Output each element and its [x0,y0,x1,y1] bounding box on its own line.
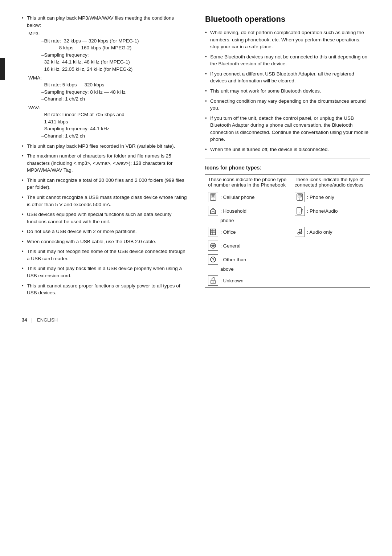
list-item: If you turn off the unit, detach the con… [205,115,370,143]
icons-row-4: : General [205,239,370,253]
list-item: Do not use a USB device with 2 or more p… [22,228,187,235]
list-item: Some Bluetooth devices may not be connec… [205,53,370,68]
list-item: USB devices equipped with special functi… [22,211,187,225]
footer-separator: | [31,317,33,323]
list-item: When the unit is turned off, the device … [205,146,370,153]
office-icon [208,227,218,237]
icons-row-5: : Other than [205,253,370,266]
list-item: The maximum number of characters for fol… [22,152,187,174]
general-icon [208,241,218,251]
right-bullet-list: While driving, do not perform complicate… [205,29,370,153]
phone-audio-icon [295,206,305,216]
other-than-above-icon [208,254,218,265]
decorative-bar [0,58,5,80]
left-bullet-list: This unit can play back MP3/WMA/WAV file… [22,15,187,297]
svg-point-9 [299,199,300,200]
col1-cellular: : Cellular phone [205,190,292,204]
svg-rect-22 [211,230,212,230]
page-number: 34 [22,317,27,323]
list-item: While driving, do not perform complicate… [205,29,370,50]
icons-row-2: : Household [205,204,370,218]
col2-phone-audio: : Phone/Audio [292,204,370,218]
col1-office: : Office [205,225,292,239]
svg-point-37 [213,282,214,283]
cellular-phone-icon [208,192,218,202]
phone-only-icon [295,192,305,202]
divider [205,159,370,159]
svg-rect-24 [213,232,215,232]
left-column: This unit can play back MP3/WMA/WAV file… [22,15,191,299]
icons-row-5b: above [205,266,370,274]
list-item: When connecting with a USB cable, use th… [22,238,187,245]
list-item: This unit can recognize a total of 20 00… [22,177,187,191]
svg-rect-23 [213,230,215,230]
list-item: This unit may not work for some Bluetoot… [205,87,370,95]
col2-phone-only: : Phone only [292,190,370,204]
footer-language: ENGLISH [37,317,58,323]
list-item: This unit can play back MP3 files record… [22,143,187,150]
icons-row-3: : Office [205,225,370,239]
icons-row-6: : Unknown [205,274,370,288]
list-item: This unit may not recognized some of the… [22,248,187,262]
col2-header: These icons indicate the type of connect… [292,175,370,190]
list-item: This unit may not play back files in a U… [22,265,187,279]
icons-row-2b: phone [205,218,370,225]
col1-header: These icons indicate the phone type of n… [205,175,292,190]
svg-point-16 [299,213,299,213]
col1-unknown: : Unknown [205,274,292,288]
icons-table: These icons indicate the phone type of n… [205,174,370,288]
svg-point-1 [213,199,213,200]
household-phone-icon [208,206,218,216]
col1-other: : Other than [205,253,292,266]
list-item: Connecting condition may vary depending … [205,98,370,112]
col2-audio-only: : Audio only [292,225,370,239]
svg-rect-21 [211,232,212,232]
list-item: If you connect a different USB Bluetooth… [205,70,370,85]
section-title: Bluetooth operations [205,15,370,24]
list-item: This unit cannot assure proper functions… [22,282,187,297]
col1-household: : Household [205,204,292,218]
col1-general: : General [205,239,292,253]
icons-section-title: Icons for phone types: [205,165,370,171]
right-column: Bluetooth operations While driving, do n… [205,15,370,299]
svg-point-35 [213,261,213,261]
list-item: The unit cannot recognize a USB mass sto… [22,194,187,208]
svg-rect-14 [212,212,214,214]
page-footer: 34 | ENGLISH [22,314,370,323]
icons-row-1: : Cellular phone [205,190,370,204]
unknown-icon [208,275,218,286]
audio-only-icon [295,227,305,237]
list-item: This unit can play back MP3/WMA/WAV file… [22,15,187,140]
